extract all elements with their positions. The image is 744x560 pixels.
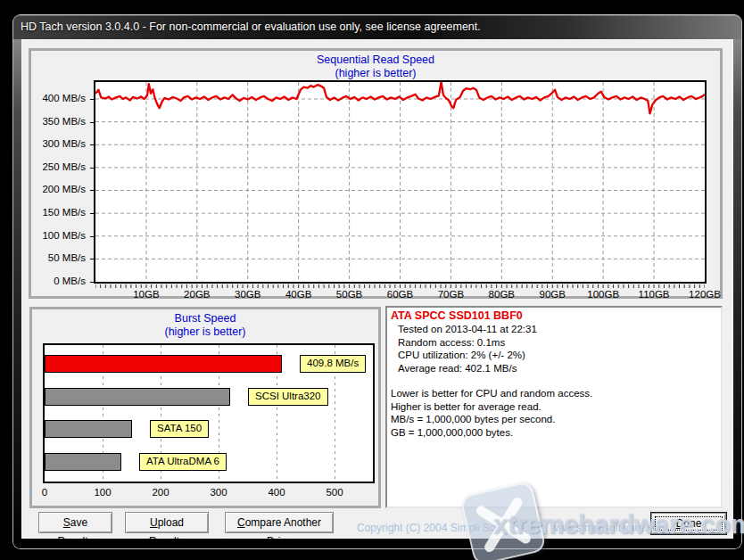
burst-x-tick-label: 100 bbox=[85, 487, 120, 498]
sequential-chart-title: Sequential Read Speed bbox=[29, 54, 723, 66]
drive-info-panel: ATA SPCC SSD101 BBF0 Tested on 2013-04-1… bbox=[385, 306, 723, 508]
drive-detail-line: Average read: 402.1 MB/s bbox=[391, 362, 717, 375]
sequential-x-tick-label: 120GB bbox=[680, 289, 730, 300]
drive-name: ATA SPCC SSD101 BBF0 bbox=[391, 309, 717, 323]
sequential-x-tick-label: 20GB bbox=[172, 289, 222, 300]
sequential-x-tick-label: 80GB bbox=[476, 289, 526, 300]
sequential-y-tick-label: 250 MB/s bbox=[29, 161, 90, 172]
burst-bar-label: ATA UltraDMA 6 bbox=[139, 453, 227, 471]
sequential-x-tick-label: 100GB bbox=[578, 289, 628, 300]
burst-plot-area: 409.8 MB/sSCSI Ultra320SATA 150ATA Ultra… bbox=[43, 343, 375, 483]
screenshot-background: HD Tach version 3.0.4.0 - For non-commer… bbox=[0, 0, 744, 560]
hdtach-window: HD Tach version 3.0.4.0 - For non-commer… bbox=[13, 15, 741, 548]
drive-detail-line: Tested on 2013-04-11 at 22:31 bbox=[391, 323, 717, 336]
burst-chart-title: Burst Speed bbox=[29, 312, 381, 325]
sequential-x-tick-label: 90GB bbox=[527, 289, 577, 300]
info-note-line: GB = 1,000,000,000 bytes. bbox=[391, 426, 717, 440]
burst-chart-subtitle: (higher is better) bbox=[29, 325, 381, 338]
burst-x-tick-label: 500 bbox=[317, 487, 352, 498]
window-titlebar[interactable]: HD Tach version 3.0.4.0 - For non-commer… bbox=[13, 15, 741, 39]
info-notes: Lower is better for CPU and random acces… bbox=[391, 387, 717, 439]
sequential-x-tick-label: 50GB bbox=[325, 289, 375, 300]
burst-x-tick-label: 0 bbox=[27, 487, 62, 498]
burst-x-tick-label: 300 bbox=[201, 487, 236, 498]
sequential-plot-area bbox=[94, 80, 707, 284]
burst-bar bbox=[45, 388, 230, 406]
save-results-button[interactable]: Save Results bbox=[38, 512, 112, 533]
info-note-line: MB/s = 1,000,000 bytes per second. bbox=[391, 413, 717, 426]
sequential-x-tick-label: 70GB bbox=[426, 289, 475, 300]
sequential-y-tick-label: 200 MB/s bbox=[29, 184, 90, 194]
burst-x-tick-label: 200 bbox=[143, 487, 178, 498]
copyright-text: Copyright (C) 2004 Simpli Software, Inc.… bbox=[357, 522, 667, 534]
window-title: HD Tach version 3.0.4.0 - For non-commer… bbox=[21, 15, 481, 39]
burst-bar-label: SCSI Ultra320 bbox=[248, 388, 328, 406]
burst-bar-label: 409.8 MB/s bbox=[300, 355, 366, 373]
burst-speed-panel: Burst Speed (higher is better) 409.8 MB/… bbox=[29, 307, 381, 508]
drive-test-details: Tested on 2013-04-11 at 22:31Random acce… bbox=[391, 323, 717, 375]
drive-detail-line: CPU utilization: 2% (+/- 2%) bbox=[391, 349, 717, 362]
sequential-read-panel: Sequential Read Speed (higher is better)… bbox=[29, 48, 723, 299]
sequential-x-tick-label: 30GB bbox=[223, 289, 273, 300]
compare-another-drive-button[interactable]: Compare Another Drive bbox=[225, 512, 334, 533]
burst-bar bbox=[45, 420, 132, 438]
upload-results-button[interactable]: Upload Results bbox=[125, 512, 209, 533]
sequential-y-tick-label: 350 MB/s bbox=[29, 116, 90, 127]
burst-bar bbox=[45, 453, 121, 471]
sequential-y-tick-label: 50 MB/s bbox=[29, 252, 90, 263]
burst-bar bbox=[45, 355, 282, 373]
sequential-x-tick-label: 40GB bbox=[274, 289, 324, 300]
sequential-y-tick-label: 400 MB/s bbox=[29, 93, 90, 103]
sequential-y-tick-label: 100 MB/s bbox=[29, 230, 90, 241]
info-note-line: Higher is better for average read. bbox=[391, 400, 717, 414]
sequential-y-tick-label: 0 MB/s bbox=[29, 276, 90, 286]
sequential-read-chart bbox=[95, 82, 705, 282]
sequential-x-tick-label: 60GB bbox=[376, 289, 426, 300]
burst-x-tick-label: 400 bbox=[259, 487, 294, 498]
sequential-y-tick-label: 150 MB/s bbox=[29, 207, 90, 218]
sequential-x-tick-label: 10GB bbox=[121, 289, 171, 300]
client-area: Sequential Read Speed (higher is better)… bbox=[21, 39, 733, 539]
info-note-line: Lower is better for CPU and random acces… bbox=[391, 387, 717, 400]
burst-bar-label: SATA 150 bbox=[150, 420, 209, 438]
sequential-x-tick-label: 110GB bbox=[629, 289, 679, 300]
drive-detail-line: Random access: 0.1ms bbox=[391, 336, 717, 350]
sequential-y-tick-label: 300 MB/s bbox=[29, 138, 90, 149]
sequential-chart-subtitle: (higher is better) bbox=[29, 67, 723, 79]
